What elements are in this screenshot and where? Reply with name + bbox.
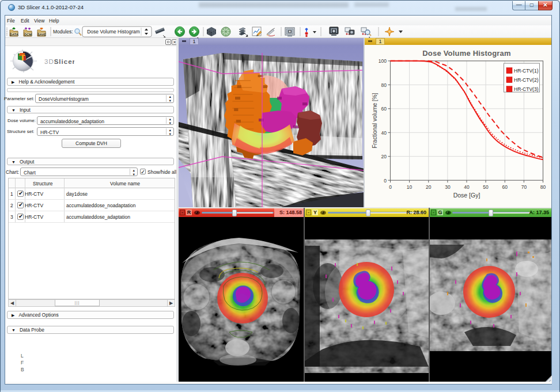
svg-text:DCM: DCM <box>24 33 32 36</box>
svg-text:70: 70 <box>521 184 527 190</box>
svg-text:60: 60 <box>502 184 508 190</box>
svg-text:60: 60 <box>381 106 387 112</box>
svg-text:40: 40 <box>464 184 470 190</box>
svg-text:20: 20 <box>426 184 432 190</box>
svg-text:DATA: DATA <box>10 33 18 36</box>
svg-text:HR-CTV(3): HR-CTV(3) <box>514 86 539 92</box>
svg-text:50: 50 <box>483 184 489 190</box>
svg-text:Dose Volume Histogram: Dose Volume Histogram <box>422 49 511 58</box>
svg-text:Fractional volume [%]: Fractional volume [%] <box>372 93 378 148</box>
svg-text:Dose Volume Histogram: Dose Volume Histogram <box>87 29 140 35</box>
svg-text:0: 0 <box>389 184 392 190</box>
svg-text:100: 100 <box>379 58 387 64</box>
svg-text:10: 10 <box>407 184 413 190</box>
svg-text:20: 20 <box>381 154 387 159</box>
svg-text:40: 40 <box>381 130 387 136</box>
svg-text:HR-CTV(1): HR-CTV(1) <box>514 68 539 74</box>
svg-text:0: 0 <box>384 178 387 184</box>
svg-text:30: 30 <box>445 184 451 190</box>
svg-text:3DSlicer: 3DSlicer <box>44 58 74 65</box>
svg-text:Dose [Gy]: Dose [Gy] <box>453 192 480 199</box>
svg-text:Modules:: Modules: <box>53 29 73 35</box>
svg-text:80: 80 <box>381 82 387 88</box>
svg-text:80: 80 <box>540 184 546 190</box>
svg-text:SAVE: SAVE <box>37 33 46 36</box>
svg-text:HR-CTV(2): HR-CTV(2) <box>514 77 539 83</box>
